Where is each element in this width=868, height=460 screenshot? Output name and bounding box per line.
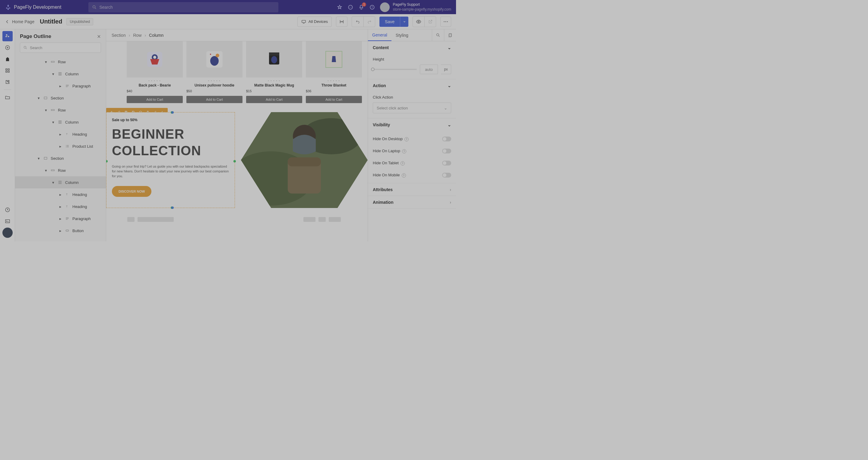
props-copy[interactable] xyxy=(444,29,456,41)
section-visibility-header[interactable]: Visibility ⌄ xyxy=(368,119,456,131)
add-to-cart-button[interactable]: Add to Cart xyxy=(127,96,183,103)
crumb-column[interactable]: Column xyxy=(149,33,163,38)
more-button[interactable] xyxy=(440,17,451,27)
hide-laptop-toggle[interactable] xyxy=(442,149,451,154)
notifications-button[interactable]: 1 xyxy=(356,2,367,13)
tree-node[interactable]: ▾Column xyxy=(15,176,106,188)
hide-desktop-toggle[interactable] xyxy=(442,137,451,141)
external-button[interactable] xyxy=(424,17,436,27)
caret-icon[interactable]: ▾ xyxy=(37,156,40,161)
tree-node[interactable]: ▾Column xyxy=(15,68,106,80)
section-attributes-header[interactable]: Attributes › xyxy=(368,183,456,196)
tab-styling[interactable]: Styling xyxy=(392,29,412,41)
outline-search[interactable]: Search xyxy=(20,42,101,53)
product-card: • • • • •Back pack - Bearie$40Add to Car… xyxy=(127,41,183,103)
tree-node[interactable]: ▾Section xyxy=(15,152,106,164)
caret-icon[interactable]: ▾ xyxy=(51,120,55,125)
hide-mobile-label: Hide On Mobile xyxy=(373,173,400,177)
help-icon[interactable]: ? xyxy=(402,173,406,177)
caret-icon[interactable]: ▾ xyxy=(44,168,48,173)
tree-node[interactable]: ▾Column xyxy=(15,116,106,128)
preview-button[interactable] xyxy=(413,17,424,27)
rail-integrations-button[interactable] xyxy=(2,77,13,87)
rail-add-button[interactable] xyxy=(2,42,13,53)
save-dropdown[interactable] xyxy=(400,17,408,27)
chat-button[interactable] xyxy=(345,2,356,13)
user-avatar[interactable] xyxy=(380,2,390,12)
rail-files-button[interactable] xyxy=(2,92,13,102)
caret-icon[interactable]: ▸ xyxy=(59,144,62,149)
tree-node[interactable]: ▸Button xyxy=(15,225,106,237)
tree-node-label: Column xyxy=(65,72,79,76)
tree-node[interactable]: ▸Paragraph xyxy=(15,212,106,225)
caret-icon[interactable]: ▸ xyxy=(59,132,62,137)
help-icon[interactable]: ? xyxy=(402,149,406,154)
caret-icon[interactable]: ▾ xyxy=(37,96,40,100)
layout-width-button[interactable] xyxy=(336,17,347,27)
crumb-section[interactable]: Section xyxy=(112,33,126,38)
section-action-header[interactable]: Action ⌄ xyxy=(368,79,456,92)
tree-node[interactable]: ▸Paragraph xyxy=(15,80,106,92)
caret-icon[interactable]: ▾ xyxy=(51,72,55,76)
carousel-dots[interactable]: • • • • • xyxy=(306,79,362,82)
caret-icon[interactable]: ▸ xyxy=(59,229,62,233)
height-slider[interactable] xyxy=(373,69,417,70)
add-to-cart-button[interactable]: Add to Cart xyxy=(306,96,362,103)
outline-close[interactable] xyxy=(97,34,101,39)
tree-node[interactable]: ▸THeading xyxy=(15,128,106,140)
caret-icon[interactable]: ▸ xyxy=(59,217,62,221)
rail-shopify-button[interactable] xyxy=(2,54,13,64)
click-action-select[interactable]: Select click action ⌄ xyxy=(373,102,451,113)
svg-rect-32 xyxy=(44,97,47,99)
caret-icon[interactable]: ▸ xyxy=(59,192,62,197)
height-input[interactable] xyxy=(420,65,438,74)
preview-group xyxy=(412,16,436,27)
tree-node[interactable]: ▾Row xyxy=(15,56,106,68)
tab-general[interactable]: General xyxy=(368,29,392,41)
rail-apps-button[interactable] xyxy=(2,65,13,76)
tree-node[interactable]: ▸THeading xyxy=(15,200,106,212)
tree-node[interactable]: ▾Row xyxy=(15,104,106,116)
props-search[interactable] xyxy=(432,29,444,41)
caret-icon[interactable]: ▾ xyxy=(44,60,48,64)
rail-outline-button[interactable] xyxy=(2,31,13,41)
tree-node[interactable]: ▾Section xyxy=(15,92,106,104)
hero-cta-button[interactable]: DISCOVER NOW xyxy=(112,186,151,197)
tree-node-label: Button xyxy=(72,229,84,233)
tree-node[interactable]: ▾Row xyxy=(15,164,106,176)
help-button[interactable]: ? xyxy=(367,2,378,13)
rail-history-button[interactable] xyxy=(2,205,13,215)
svg-rect-15 xyxy=(5,36,7,37)
caret-icon[interactable]: ▾ xyxy=(44,108,48,112)
device-selector[interactable]: All Devices xyxy=(298,17,332,27)
carousel-dots[interactable]: • • • • • xyxy=(246,79,302,82)
section-content-header[interactable]: Content ⌄ xyxy=(368,41,456,54)
add-to-cart-button[interactable]: Add to Cart xyxy=(186,96,243,103)
section-animation-header[interactable]: Animation › xyxy=(368,196,456,208)
tree-node[interactable]: ▸THeading xyxy=(15,188,106,200)
hide-tablet-toggle[interactable] xyxy=(442,161,451,165)
assistant-button[interactable] xyxy=(2,228,13,238)
hide-mobile-toggle[interactable] xyxy=(442,173,451,177)
back-home[interactable]: Home Page xyxy=(5,19,34,24)
user-info[interactable]: PageFly Support store-sample-pagefly.mys… xyxy=(393,2,451,12)
add-to-cart-button[interactable]: Add to Cart xyxy=(246,96,302,103)
caret-icon[interactable]: ▾ xyxy=(51,180,55,185)
height-unit[interactable]: px xyxy=(441,65,451,74)
help-icon[interactable]: ? xyxy=(404,137,409,141)
star-button[interactable] xyxy=(334,2,345,13)
crumb-row[interactable]: Row xyxy=(133,33,142,38)
carousel-dots[interactable]: • • • • • xyxy=(127,79,183,82)
rail-console-button[interactable] xyxy=(2,216,13,226)
undo-button[interactable] xyxy=(352,17,364,27)
selected-column[interactable]: Sale up to 50% BEGINNER COLLECTION Going… xyxy=(106,112,235,208)
save-button[interactable]: Save xyxy=(379,17,400,27)
help-icon[interactable]: ? xyxy=(401,161,405,165)
brand-logo[interactable]: PageFly Development xyxy=(5,4,61,10)
redo-button[interactable] xyxy=(364,17,375,27)
carousel-dots[interactable]: • • • • • xyxy=(186,79,243,82)
global-search[interactable]: Search xyxy=(88,2,278,12)
caret-icon[interactable]: ▸ xyxy=(59,84,62,88)
tree-node[interactable]: ▸Product List xyxy=(15,140,106,152)
caret-icon[interactable]: ▸ xyxy=(59,204,62,209)
